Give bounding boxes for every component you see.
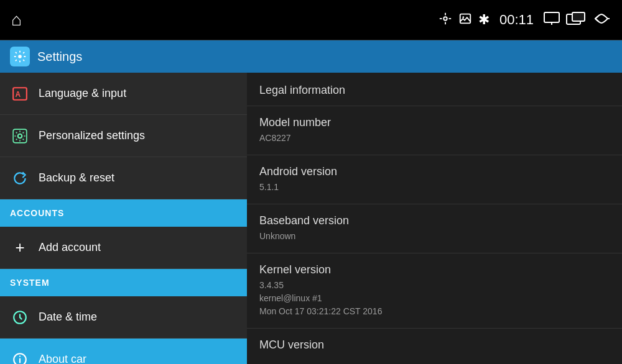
main-content: A Language & input Personalized settings — [0, 73, 622, 364]
language-icon: A — [10, 84, 30, 104]
about-car-label: About car — [39, 353, 86, 364]
personalized-icon — [10, 126, 30, 146]
system-section-header: SYSTEM — [0, 269, 247, 296]
sidebar-item-about-car[interactable]: About car — [0, 339, 247, 364]
sidebar-item-date-time[interactable]: Date & time — [0, 296, 247, 339]
legal-information-title: Legal information — [259, 84, 345, 96]
language-input-label: Language & input — [39, 87, 126, 100]
sidebar-item-language-input[interactable]: A Language & input — [0, 73, 247, 115]
add-account-plus-icon: + — [10, 238, 30, 258]
status-bar-right: ✱ 00:11 — [439, 12, 611, 29]
back-icon[interactable] — [592, 12, 611, 29]
location-icon — [439, 12, 452, 29]
status-bar-left: ⌂ — [11, 10, 22, 30]
baseband-version-title: Baseband version — [259, 214, 610, 227]
svg-text:A: A — [15, 90, 21, 99]
svg-rect-5 — [460, 14, 471, 23]
backup-reset-label: Backup & reset — [39, 171, 114, 184]
legal-information-section: Legal information — [247, 73, 622, 106]
svg-point-6 — [462, 16, 464, 18]
svg-rect-7 — [544, 12, 559, 22]
backup-icon — [10, 168, 30, 188]
status-bar: ⌂ ✱ 00:11 — [0, 0, 622, 40]
settings-title: Settings — [37, 50, 82, 64]
screen1-icon — [544, 12, 560, 29]
accounts-section-header: ACCOUNTS — [0, 199, 247, 227]
personalized-settings-label: Personalized settings — [39, 129, 145, 142]
baseband-version-row: Baseband version Unknown — [247, 204, 622, 253]
svg-point-12 — [18, 55, 22, 58]
add-account-label: Add account — [39, 241, 101, 254]
time-display: 00:11 — [499, 12, 534, 28]
model-number-title: Model number — [259, 116, 610, 129]
model-number-row: Model number AC8227 — [247, 106, 622, 155]
right-panel: Legal information Model number AC8227 An… — [247, 73, 622, 364]
sidebar-item-backup-reset[interactable]: Backup & reset — [0, 157, 247, 199]
bluetooth-icon: ✱ — [478, 12, 490, 28]
date-time-label: Date & time — [39, 311, 97, 324]
settings-gear-icon — [10, 47, 30, 66]
about-car-icon — [10, 350, 30, 365]
mcu-version-row: MCU version — [247, 329, 622, 364]
kernel-version-value: 3.4.35 kernel@linux #1 Mon Oct 17 03:21:… — [259, 279, 610, 318]
kernel-version-row: Kernel version 3.4.35 kernel@linux #1 Mo… — [247, 253, 622, 329]
sidebar-item-personalized-settings[interactable]: Personalized settings — [0, 115, 247, 157]
date-time-icon — [10, 307, 30, 327]
sidebar-item-add-account[interactable]: + Add account — [0, 227, 247, 269]
svg-point-20 — [19, 355, 21, 357]
settings-header: Settings — [0, 40, 622, 73]
accounts-header-label: ACCOUNTS — [10, 208, 64, 218]
kernel-version-title: Kernel version — [259, 263, 610, 276]
sidebar: A Language & input Personalized settings — [0, 73, 247, 364]
svg-point-0 — [443, 17, 447, 20]
home-icon[interactable]: ⌂ — [11, 10, 22, 30]
system-header-label: SYSTEM — [10, 278, 50, 288]
android-version-row: Android version 5.1.1 — [247, 155, 622, 204]
mcu-version-title: MCU version — [259, 339, 610, 352]
screen2-icon — [566, 12, 586, 29]
baseband-version-value: Unknown — [259, 230, 610, 243]
android-version-value: 5.1.1 — [259, 181, 610, 194]
model-number-value: AC8227 — [259, 132, 610, 145]
svg-rect-11 — [572, 12, 585, 21]
image-icon — [458, 12, 472, 29]
android-version-title: Android version — [259, 165, 610, 178]
